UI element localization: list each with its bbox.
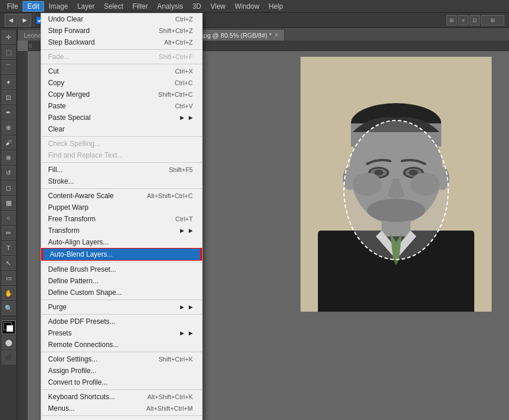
menu-free-transform[interactable]: Free Transform Ctrl+T: [41, 213, 202, 225]
portrait-canvas: [301, 57, 492, 312]
toolbar-icons: ⊞ ≡ ⊡ ⊞: [446, 15, 504, 25]
menu-color-settings-shortcut: Shift+Ctrl+K: [159, 356, 193, 363]
menu-undo-clear[interactable]: Undo Clear Ctrl+Z: [41, 13, 202, 25]
menu-auto-blend-layers[interactable]: Auto-Blend Layers...: [41, 248, 202, 261]
tab-shahrukhkhan-close[interactable]: ✕: [274, 32, 279, 38]
menu-copy-shortcut: Ctrl+C: [175, 79, 193, 86]
launch-bridge-btn[interactable]: ⊞: [481, 15, 504, 25]
menu-stroke[interactable]: Stroke...: [41, 176, 202, 187]
arrange-icon[interactable]: ≡: [458, 15, 468, 25]
menu-preferences[interactable]: Preferences ▶: [41, 417, 202, 420]
tool-lasso[interactable]: ⌒: [2, 60, 16, 74]
menu-stroke-label: Stroke...: [48, 177, 74, 185]
sep7: [41, 300, 202, 300]
menu-clear-label: Clear: [48, 125, 65, 133]
tool-screen-mode[interactable]: ⬛: [2, 350, 16, 364]
menu-auto-align-layers-label: Auto-Align Layers...: [48, 238, 109, 246]
tool-gradient[interactable]: ▦: [2, 196, 16, 210]
menu-adobe-pdf-presets[interactable]: Adobe PDF Presets...: [41, 316, 202, 327]
menu-purge[interactable]: Purge ▶: [41, 301, 202, 313]
menu-help[interactable]: Help: [264, 1, 288, 12]
sep3: [41, 136, 202, 137]
tool-separator: [2, 317, 16, 318]
menu-free-transform-label: Free Transform: [48, 215, 96, 223]
tool-path-select[interactable]: ↖: [2, 256, 16, 270]
tool-hand[interactable]: ✋: [2, 286, 16, 300]
paste-special-arrow: ▶: [180, 115, 184, 120]
tool-zoom[interactable]: 🔍: [2, 301, 16, 315]
tool-history-brush[interactable]: ↺: [2, 166, 16, 180]
menu-define-brush[interactable]: Define Brush Preset...: [41, 264, 202, 275]
menu-paste-shortcut: Ctrl+V: [175, 103, 193, 109]
menu-fade-shortcut: Shift+Ctrl+F: [159, 53, 193, 60]
menu-cut[interactable]: Cut Ctrl+X: [41, 65, 202, 77]
menu-edit[interactable]: Edit: [23, 1, 44, 12]
menu-3d[interactable]: 3D: [188, 1, 206, 12]
toolbar-back[interactable]: ◀: [5, 14, 17, 27]
menu-content-aware-scale[interactable]: Content-Aware Scale Alt+Shift+Ctrl+C: [41, 190, 202, 202]
menu-define-brush-label: Define Brush Preset...: [48, 265, 116, 273]
menu-keyboard-shortcuts[interactable]: Keyboard Shortcuts... Alt+Shift+Ctrl+K: [41, 391, 202, 403]
menu-copy-merged[interactable]: Copy Merged Shift+Ctrl+C: [41, 89, 202, 100]
menu-step-forward-shortcut: Shift+Ctrl+Z: [159, 27, 193, 34]
menu-file[interactable]: File: [2, 1, 23, 12]
tool-text[interactable]: T: [2, 241, 16, 255]
grid-icon[interactable]: ⊞: [446, 15, 457, 25]
zoom-fit-icon[interactable]: ⊡: [470, 15, 480, 25]
background-swatch: [6, 325, 13, 332]
menu-define-pattern[interactable]: Define Pattern...: [41, 275, 202, 287]
tool-eraser[interactable]: ◻: [2, 181, 16, 195]
tool-brush[interactable]: 🖌: [2, 136, 16, 149]
tool-shape[interactable]: ▭: [2, 271, 16, 285]
menu-filter[interactable]: Filter: [128, 1, 153, 12]
menu-step-forward[interactable]: Step Forward Shift+Ctrl+Z: [41, 25, 202, 36]
menu-select[interactable]: Select: [99, 1, 127, 12]
menu-define-custom-shape-label: Define Custom Shape...: [48, 288, 122, 297]
tool-marquee[interactable]: ⬚: [2, 45, 16, 59]
menu-transform[interactable]: Transform ▶: [41, 225, 202, 236]
menu-fill[interactable]: Fill... Shift+F5: [41, 164, 202, 176]
menu-fill-label: Fill...: [48, 166, 63, 174]
menu-menus-shortcut: Alt+Shift+Ctrl+M: [147, 405, 193, 412]
tool-dodge[interactable]: ○: [2, 211, 16, 225]
sep10: [41, 389, 202, 390]
menu-check-spelling: Check Spelling...: [41, 138, 202, 149]
menu-image[interactable]: Image: [44, 1, 72, 12]
menu-window[interactable]: Window: [230, 1, 264, 12]
toolbox: ✛ ⬚ ⌒ ✦ ⊡ ✒ ⊕ 🖌 ⊗ ↺ ◻ ▦ ○ ✏ T ↖ ▭ ✋ 🔍 ⬤ …: [0, 28, 17, 420]
tool-move[interactable]: ✛: [2, 30, 16, 44]
tool-crop[interactable]: ⊡: [2, 90, 16, 104]
tool-heal[interactable]: ⊕: [2, 120, 16, 134]
tool-quick-mask[interactable]: ⬤: [2, 335, 16, 349]
menu-presets[interactable]: Presets ▶: [41, 327, 202, 339]
menu-paste[interactable]: Paste Ctrl+V: [41, 100, 202, 112]
menu-color-settings-label: Color Settings...: [48, 355, 97, 363]
menu-layer[interactable]: Layer: [72, 1, 99, 12]
tool-magic-wand[interactable]: ✦: [2, 75, 16, 89]
menu-fill-shortcut: Shift+F5: [169, 166, 193, 173]
menu-puppet-warp[interactable]: Puppet Warp: [41, 202, 202, 213]
menu-define-custom-shape[interactable]: Define Custom Shape...: [41, 287, 202, 298]
menu-assign-profile[interactable]: Assign Profile...: [41, 365, 202, 377]
tool-eyedropper[interactable]: ✒: [2, 105, 16, 119]
tool-stamp[interactable]: ⊗: [2, 151, 16, 165]
menu-clear[interactable]: Clear: [41, 123, 202, 135]
ruler-left: 0: [17, 51, 28, 420]
menu-convert-to-profile[interactable]: Convert to Profile...: [41, 377, 202, 388]
menu-remote-connections[interactable]: Remote Connections...: [41, 339, 202, 350]
sep6: [41, 262, 202, 262]
menu-purge-label: Purge: [48, 303, 67, 311]
tool-foreground-color[interactable]: [2, 320, 16, 334]
tool-pen[interactable]: ✏: [2, 226, 16, 240]
menu-copy[interactable]: Copy Ctrl+C: [41, 77, 202, 89]
menu-auto-align-layers[interactable]: Auto-Align Layers...: [41, 236, 202, 248]
sep2: [41, 64, 202, 64]
menu-view[interactable]: View: [206, 1, 230, 12]
toolbar-forward[interactable]: ▶: [19, 14, 31, 27]
menu-paste-special[interactable]: Paste Special ▶: [41, 112, 202, 123]
menu-step-backward[interactable]: Step Backward Alt+Ctrl+Z: [41, 36, 202, 48]
menu-analysis[interactable]: Analysis: [152, 1, 188, 12]
menu-menus[interactable]: Menus... Alt+Shift+Ctrl+M: [41, 403, 202, 414]
menu-color-settings[interactable]: Color Settings... Shift+Ctrl+K: [41, 353, 202, 365]
portrait-svg: [301, 57, 492, 312]
